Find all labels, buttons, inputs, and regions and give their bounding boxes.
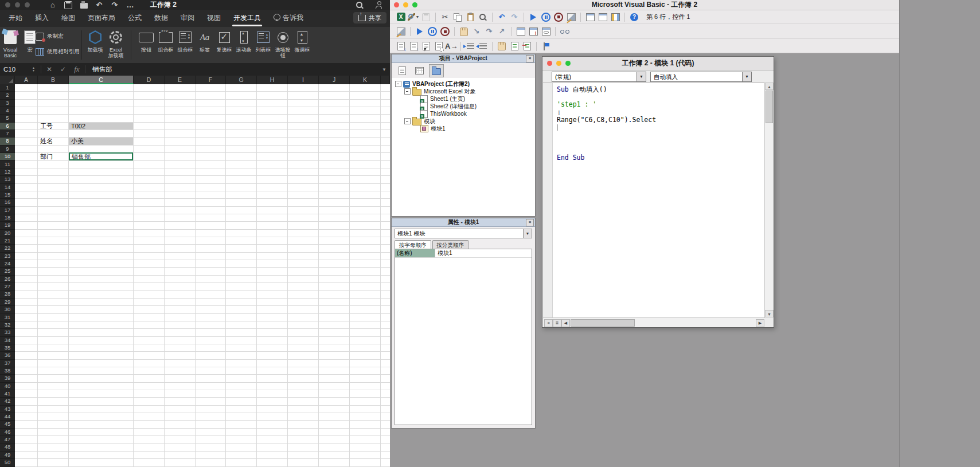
watch-window-button[interactable] (540, 26, 552, 37)
row-header-22[interactable]: 22 (0, 245, 15, 252)
quick-watch-button[interactable] (559, 26, 571, 37)
complete-word-button[interactable]: A→ (445, 41, 458, 52)
stop-button[interactable] (552, 11, 565, 23)
column-header-partial[interactable] (381, 76, 390, 84)
view-code-button[interactable] (395, 64, 409, 77)
help-button[interactable] (628, 11, 641, 23)
run-button[interactable] (413, 26, 426, 37)
procedure-dropdown[interactable]: 自动填入 ▼ (650, 72, 752, 82)
spin-button-control-button[interactable]: 微调框 (292, 29, 312, 61)
row-header-49[interactable]: 49 (0, 452, 15, 459)
row-header-35[interactable]: 35 (0, 344, 15, 352)
cell-C10[interactable]: 销售部 (69, 152, 133, 160)
window-controls[interactable] (5, 2, 30, 7)
row-header-10[interactable]: 10 (0, 153, 15, 160)
excel-addins-button[interactable]: Excel 加载项 (107, 29, 125, 61)
row-header-34[interactable]: 34 (0, 337, 15, 344)
tab-告诉我[interactable]: 告诉我 (267, 10, 310, 28)
row-header-15[interactable]: 15 (0, 191, 15, 199)
project-panel-titlebar[interactable]: 项目 - VBAProject × (392, 54, 535, 63)
row-header-46[interactable]: 46 (0, 429, 15, 436)
horizontal-scrollbar[interactable]: ≡ ≣ ◀ ▶ (543, 317, 765, 327)
addins-button[interactable]: 加载项 (86, 29, 104, 61)
tab-开发工具[interactable]: 开发工具 (227, 10, 267, 28)
row-header-50[interactable]: 50 (0, 459, 15, 466)
column-header-C[interactable]: C (69, 76, 134, 84)
project-explorer-button[interactable] (584, 11, 596, 23)
row-header-25[interactable]: 25 (0, 268, 15, 275)
scroll-up-icon[interactable]: ▲ (765, 83, 774, 90)
column-header-E[interactable]: E (165, 76, 196, 84)
row-header-31[interactable]: 31 (0, 314, 15, 321)
property-row[interactable]: (名称)模块1 (395, 249, 532, 258)
save-button[interactable] (420, 11, 432, 23)
row-header-20[interactable]: 20 (0, 230, 15, 237)
tab-开始[interactable]: 开始 (2, 10, 29, 28)
row-header-32[interactable]: 32 (0, 321, 15, 329)
confirm-entry-icon[interactable]: ✓ (56, 65, 70, 73)
properties-panel-titlebar[interactable]: 属性 - 模块1 × (392, 218, 535, 227)
chevron-down-icon[interactable]: ▼ (637, 72, 646, 81)
formula-bar-value[interactable]: 销售部 (92, 65, 112, 74)
column-header-I[interactable]: I (288, 76, 319, 84)
scroll-down-icon[interactable]: ▼ (765, 310, 774, 317)
row-header-11[interactable]: 11 (0, 161, 15, 168)
break-button[interactable] (458, 26, 470, 37)
column-header-H[interactable]: H (257, 76, 288, 84)
tab-数据[interactable]: 数据 (148, 10, 174, 28)
contact-button[interactable] (373, 0, 385, 11)
list-properties-button[interactable] (395, 41, 407, 52)
cell-C6[interactable]: T002 (69, 123, 133, 129)
row-header-17[interactable]: 17 (0, 207, 15, 214)
label-control-button[interactable]: Aa标签 (195, 29, 214, 61)
column-header-B[interactable]: B (38, 76, 69, 84)
code-editor[interactable]: Sub 自动填入()'step1 : 'IRange("C6,C8,C10").… (543, 83, 765, 317)
code-line[interactable]: Range("C6,C8,C10").Select (557, 116, 764, 124)
properties-tab-2[interactable]: 按分类顺序 (432, 240, 469, 249)
scrollbar-control-button[interactable]: 滚动条 (234, 29, 253, 61)
comment-block-button[interactable] (508, 41, 521, 52)
combo-box-control-button[interactable]: 组合框 (175, 29, 195, 61)
row-header-30[interactable]: 30 (0, 306, 15, 313)
code-line[interactable]: End Sub (557, 154, 764, 162)
step-out-button[interactable]: ↗ (495, 26, 508, 37)
view-object-button[interactable] (412, 64, 427, 77)
find-button[interactable] (477, 11, 489, 23)
row-header-3[interactable]: 3 (0, 100, 15, 107)
undo-button[interactable]: ↶ (95, 1, 104, 10)
paste-button[interactable] (464, 11, 477, 23)
row-header-47[interactable]: 47 (0, 436, 15, 444)
scroll-left-icon[interactable]: ◀ (561, 319, 570, 327)
group-box-control-button[interactable]: 组合框 (156, 29, 175, 61)
close-window-icon[interactable] (5, 2, 10, 7)
row-header-37[interactable]: 37 (0, 360, 15, 367)
home-button[interactable]: ⌂ (48, 1, 57, 10)
cut-button[interactable]: ✂ (439, 11, 451, 23)
row-header-21[interactable]: 21 (0, 237, 15, 245)
row-header-27[interactable]: 27 (0, 283, 15, 291)
cancel-entry-icon[interactable]: ✕ (42, 65, 56, 73)
row-header-38[interactable]: 38 (0, 367, 15, 375)
zoom-window-icon[interactable] (25, 2, 30, 7)
save-button[interactable] (64, 1, 73, 10)
pause-button[interactable] (426, 26, 439, 37)
row-header-26[interactable]: 26 (0, 276, 15, 283)
step-into-button[interactable]: ↘ (470, 26, 483, 37)
column-header-K[interactable]: K (350, 76, 381, 84)
tab-公式[interactable]: 公式 (122, 10, 148, 28)
code-line[interactable] (557, 147, 764, 154)
close-panel-icon[interactable]: × (526, 55, 534, 62)
row-header-24[interactable]: 24 (0, 260, 15, 268)
row-header-2[interactable]: 2 (0, 92, 15, 99)
row-header-42[interactable]: 42 (0, 398, 15, 405)
project-tree-item[interactable]: Sheet1 (主页) (392, 95, 535, 103)
row-header-12[interactable]: 12 (0, 168, 15, 176)
row-header-16[interactable]: 16 (0, 199, 15, 206)
row-header-1[interactable]: 1 (0, 84, 15, 92)
tab-页面布局[interactable]: 页面布局 (81, 10, 122, 28)
row-header-18[interactable]: 18 (0, 214, 15, 222)
project-tree-item[interactable]: 模块1 (392, 125, 535, 132)
row-header-41[interactable]: 41 (0, 390, 15, 398)
column-header-D[interactable]: D (134, 76, 165, 84)
column-header-G[interactable]: G (226, 76, 257, 84)
